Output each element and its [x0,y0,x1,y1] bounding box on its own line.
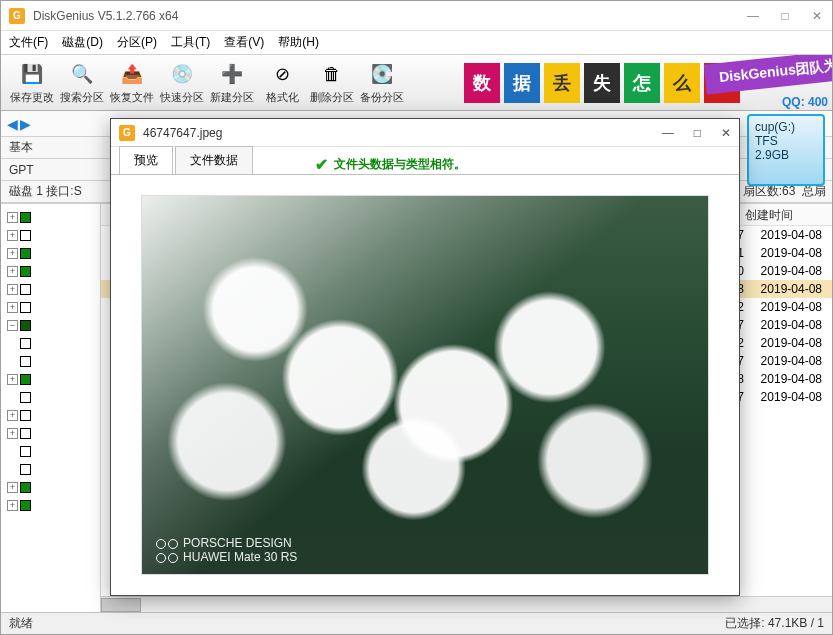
tree-checkbox[interactable] [20,374,31,385]
app-title: DiskGenius V5.1.2.766 x64 [33,9,746,23]
close-button[interactable]: ✕ [810,9,824,23]
tree-expand-icon[interactable]: + [7,482,18,493]
tree-expand-icon[interactable]: + [7,428,18,439]
tool-format[interactable]: ⊘格式化 [257,60,307,105]
sectors-value: 63 [782,184,795,198]
banner-tile: 怎 [624,63,660,103]
disk-info-text: 磁盘 1 接口:S [9,183,82,200]
tree-checkbox[interactable] [20,446,31,457]
recover-icon: 📤 [118,60,146,88]
tree-expand-icon[interactable]: + [7,410,18,421]
tree-expand-icon[interactable]: + [7,212,18,223]
sectors-label: 扇区数: [743,184,782,198]
gpt-label: GPT [9,163,34,177]
tree-checkbox[interactable] [20,500,31,511]
tree-checkbox[interactable] [20,212,31,223]
tool-new-partition[interactable]: ➕新建分区 [207,60,257,105]
tree-expand-icon[interactable]: + [7,284,18,295]
nav-back-icon[interactable]: ◀ [7,116,18,132]
tree-checkbox[interactable] [20,248,31,259]
preview-window: G 46747647.jpeg — □ ✕ 预览 文件数据 ✔文件头数据与类型相… [110,118,740,596]
save-icon: 💾 [18,60,46,88]
cell-date: 2019-04-08 [748,354,828,368]
banner-flag: DiskGenius团队为 [704,55,832,95]
tab-file-data[interactable]: 文件数据 [175,146,253,174]
maximize-button[interactable]: □ [778,9,792,23]
preview-body: PORSCHE DESIGN HUAWEI Mate 30 RS [111,175,739,595]
tree-checkbox[interactable] [20,392,31,403]
tool-recover-files[interactable]: 📤恢复文件 [107,60,157,105]
tree-pane[interactable]: + + + + + + − + + + + + [1,204,101,612]
menu-partition[interactable]: 分区(P) [117,34,157,51]
menu-help[interactable]: 帮助(H) [278,34,319,51]
cell-date: 2019-04-08 [748,300,828,314]
promo-banner: 数 据 丢 失 怎 么 办 DiskGenius团队为 QQ: 400 [462,55,832,111]
banner-tile: 丢 [544,63,580,103]
tree-checkbox[interactable] [20,230,31,241]
preview-titlebar[interactable]: G 46747647.jpeg — □ ✕ [111,119,739,147]
tree-checkbox[interactable] [20,338,31,349]
tool-search-partition[interactable]: 🔍搜索分区 [57,60,107,105]
partition-fs: TFS [755,134,817,148]
partition-name: cup(G:) [755,120,817,134]
cell-date: 2019-04-08 [748,282,828,296]
total-sectors-label: 总扇 [802,184,826,198]
partition-card[interactable]: cup(G:) TFS 2.9GB [747,114,825,186]
preview-image: PORSCHE DESIGN HUAWEI Mate 30 RS [141,195,709,575]
banner-tile: 失 [584,63,620,103]
backup-icon: 💽 [368,60,396,88]
nav-forward-icon[interactable]: ▶ [20,116,31,132]
menu-file[interactable]: 文件(F) [9,34,48,51]
check-icon: ✔ [315,155,328,174]
scrollbar-thumb[interactable] [101,598,141,612]
banner-tile: 么 [664,63,700,103]
tree-checkbox[interactable] [20,410,31,421]
minimize-button[interactable]: — [746,9,760,23]
tree-expand-icon[interactable]: + [7,302,18,313]
delete-icon: 🗑 [318,60,346,88]
format-icon: ⊘ [268,60,296,88]
tool-backup-partition[interactable]: 💽备份分区 [357,60,407,105]
app-icon: G [9,8,25,24]
tree-checkbox[interactable] [20,284,31,295]
image-watermark: PORSCHE DESIGN HUAWEI Mate 30 RS [156,536,297,564]
preview-close-button[interactable]: ✕ [721,126,731,140]
tool-save[interactable]: 💾保存更改 [7,60,57,105]
tree-expand-icon[interactable]: + [7,248,18,259]
toolbar: 💾保存更改 🔍搜索分区 📤恢复文件 💿快速分区 ➕新建分区 ⊘格式化 🗑删除分区… [1,55,832,111]
status-ready: 就绪 [9,615,33,632]
banner-qq: QQ: 400 [782,95,828,109]
app-icon: G [119,125,135,141]
menu-disk[interactable]: 磁盘(D) [62,34,103,51]
tree-expand-icon[interactable]: + [7,500,18,511]
tree-expand-icon[interactable]: + [7,374,18,385]
tree-expand-icon[interactable]: + [7,266,18,277]
tree-checkbox[interactable] [20,428,31,439]
main-titlebar: G DiskGenius V5.1.2.766 x64 — □ ✕ [1,1,832,31]
tool-quick-partition[interactable]: 💿快速分区 [157,60,207,105]
preview-title: 46747647.jpeg [143,126,662,140]
preview-maximize-button[interactable]: □ [694,126,701,140]
cell-date: 2019-04-08 [748,264,828,278]
tree-checkbox[interactable] [20,266,31,277]
tree-checkbox[interactable] [20,302,31,313]
horizontal-scrollbar[interactable] [101,596,832,612]
preview-minimize-button[interactable]: — [662,126,674,140]
tree-checkbox[interactable] [20,356,31,367]
cell-date: 2019-04-08 [748,246,828,260]
tree-checkbox[interactable] [20,482,31,493]
tree-collapse-icon[interactable]: − [7,320,18,331]
status-selection: 已选择: 47.1KB / 1 [725,615,824,632]
menu-view[interactable]: 查看(V) [224,34,264,51]
quick-partition-icon: 💿 [168,60,196,88]
tab-preview[interactable]: 预览 [119,146,173,174]
search-icon: 🔍 [68,60,96,88]
cell-date: 2019-04-08 [748,228,828,242]
menu-tools[interactable]: 工具(T) [171,34,210,51]
tree-checkbox[interactable] [20,320,31,331]
partition-size: 2.9GB [755,148,817,162]
tree-checkbox[interactable] [20,464,31,475]
tool-delete-partition[interactable]: 🗑删除分区 [307,60,357,105]
cell-date: 2019-04-08 [748,372,828,386]
tree-expand-icon[interactable]: + [7,230,18,241]
